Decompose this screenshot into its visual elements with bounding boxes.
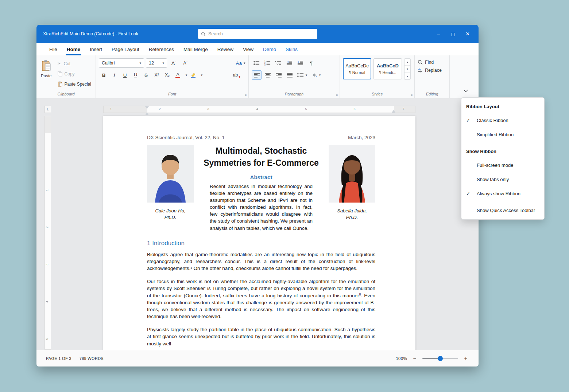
menu-item-show-quick-access-toolbar[interactable]: Show Quick Access Toolbar [461,203,544,217]
search-input[interactable] [208,31,314,36]
ribbon-tab-row: File Home Insert Page Layout References … [36,43,479,55]
font-family-select[interactable]: Calibri ▾ [99,58,144,68]
align-center-button[interactable] [263,70,272,80]
justify-button[interactable] [284,70,294,80]
numbered-list-button[interactable]: 1 2 3 [263,58,272,68]
paste-special-button[interactable]: Paste Special [56,79,93,89]
ribbon-options-button[interactable] [461,86,471,95]
multilevel-list-button[interactable] [274,58,283,68]
font-color-swatch [175,77,180,78]
shrink-font-button[interactable]: A ˇ [181,58,190,68]
ruler-number: 3 [45,263,49,265]
copy-button[interactable]: Copy [56,69,93,78]
ruler-number: 5 [45,338,49,340]
minimize-button[interactable]: – [431,28,446,40]
clipboard-group-caption: Clipboard [36,91,96,97]
line-spacing-button[interactable]: ▾ [295,70,309,80]
indent-marker-right[interactable] [392,108,395,113]
bold-button[interactable]: B [99,70,109,80]
replace-button[interactable]: ab Replace [418,68,446,73]
underline-button[interactable]: U [120,70,130,80]
text-highlight-button[interactable] [188,70,198,80]
tab-file[interactable]: File [44,43,62,55]
align-right-button[interactable] [274,70,283,80]
superscript-button[interactable]: X² [152,70,162,80]
style-card-normal[interactable]: AaBbCcDc ¶ Normal [343,58,371,79]
styles-scroll-up-button[interactable]: ▴ [405,59,410,66]
ribbon-group-clipboard: Paste ✂ Cut Copy [36,55,96,98]
tab-view[interactable]: View [238,43,258,55]
zoom-out-button[interactable]: − [411,355,418,361]
strikethrough-button[interactable]: S [141,70,151,80]
search-box[interactable] [198,29,317,39]
title-bar[interactable]: XtraRichEdit Main Demo (C# code) - First… [36,25,479,43]
zoom-slider-thumb[interactable] [438,356,443,361]
window-title: XtraRichEdit Main Demo (C# code) - First… [43,31,138,36]
zoom-in-button[interactable]: + [462,355,469,361]
font-dialog-launcher-icon[interactable]: ≡ [245,94,247,97]
font-size-select[interactable]: 12 ▾ [146,58,167,68]
numbered-list-icon: 1 2 3 [264,60,271,66]
journal-info: DX Scientific Journal, Vol. 22, No. 1 [147,135,225,140]
zoom-slider[interactable] [422,356,458,361]
grow-font-button[interactable]: A ˆ [169,58,179,68]
ribbon-group-paragraph: 1 2 3 [249,55,340,98]
editing-group-caption: Editing [415,91,449,97]
change-case-button[interactable]: Aa ▾ [236,58,245,68]
tab-insert[interactable]: Insert [85,43,107,55]
ribbon-group-editing: Find ab Replace Editing [415,55,450,98]
status-bar: PAGE 1 OF 3 789 WORDS 100% − + [36,350,479,366]
font-color-button[interactable]: A [173,70,183,80]
styles-dialog-launcher-icon[interactable]: ≡ [411,94,413,97]
decrease-indent-button[interactable] [284,58,294,68]
shading-button[interactable]: ▾ [310,70,323,80]
text-highlight-dropdown[interactable]: ▾ [199,70,203,80]
gallery-expand-icon: ▾ [407,74,408,78]
ruler-number: 4 [255,107,259,111]
body-paragraph-2: Our focus in this work is not on whether… [147,278,375,320]
increase-indent-button[interactable] [295,58,305,68]
style-card-heading[interactable]: AaBbCcD ¶ Headi... [373,58,402,79]
find-button[interactable]: Find [418,60,446,65]
paste-button[interactable]: Paste [39,58,53,89]
page-indicator[interactable]: PAGE 1 OF 3 [46,356,71,361]
indent-marker-left[interactable] [145,106,149,115]
tab-home[interactable]: Home [62,43,85,55]
paragraph-dialog-launcher-icon[interactable]: ≡ [336,94,338,97]
find-label: Find [425,60,434,65]
cut-button[interactable]: ✂ Cut [56,59,93,68]
author-left-caption: Cale Joon-Ho, Ph.D. [147,208,194,220]
menu-item-simplified-ribbon[interactable]: Simplified Ribbon [461,128,544,142]
check-icon: ✓ [466,191,477,196]
tab-references[interactable]: References [144,43,179,55]
clear-formatting-button[interactable]: ab ◆ [231,70,240,80]
show-marks-button[interactable]: ¶ [306,58,316,68]
tab-demo[interactable]: Demo [258,43,281,55]
styles-scroll-down-button[interactable]: ▾ [405,66,410,72]
tab-mail-merge[interactable]: Mail Merge [179,43,213,55]
menu-item-fullscreen-mode[interactable]: Full-screen mode [461,158,544,172]
menu-item-show-tabs-only[interactable]: Show tabs only [461,172,544,187]
caret-down-icon: ˇ [187,61,188,65]
italic-button[interactable]: I [109,70,119,80]
tab-review[interactable]: Review [213,43,238,55]
align-left-button[interactable] [252,70,262,80]
menu-item-always-show-ribbon[interactable]: ✓ Always show Ribbon [461,187,544,201]
tab-page-layout[interactable]: Page Layout [107,43,144,55]
subscript-button[interactable]: X₂ [162,70,172,80]
maximize-button[interactable]: □ [446,28,460,40]
tab-stop-selector[interactable]: L [44,106,51,113]
font-color-dropdown[interactable]: ▾ [183,70,187,80]
chevron-down-icon: ▾ [186,74,187,77]
bulleted-list-button[interactable] [252,58,262,68]
find-icon [418,60,423,65]
word-count[interactable]: 789 WORDS [80,356,104,361]
menu-item-classic-ribbon[interactable]: ✓ Classic Ribbon [461,113,544,128]
ruler-number: 2 [45,226,49,228]
caret-up-icon: ˆ [175,61,177,65]
double-underline-button[interactable]: U [131,70,140,80]
document-page[interactable]: DX Scientific Journal, Vol. 22, No. 1 Ma… [103,116,415,350]
tab-skins[interactable]: Skins [281,43,302,55]
close-button[interactable]: × [460,28,475,40]
styles-gallery-expand-button[interactable]: ▾ [405,72,410,79]
